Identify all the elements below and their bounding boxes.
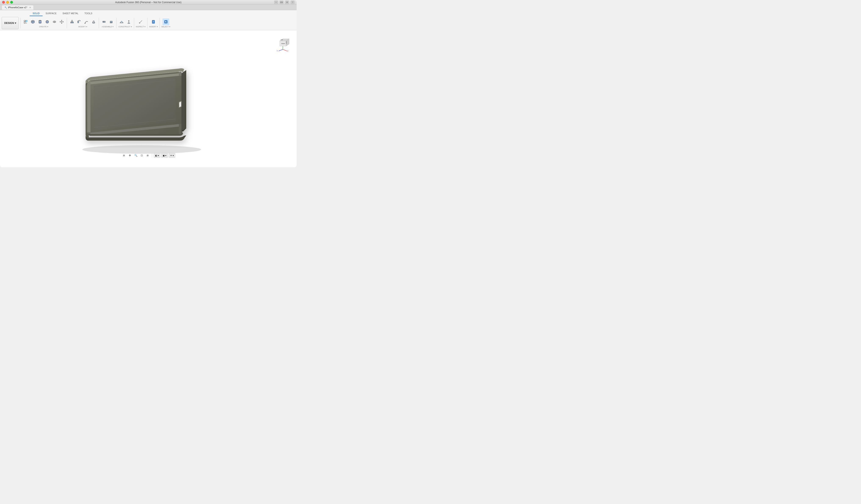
assemble-label[interactable]: ASSEMBLE ▾ <box>102 26 113 28</box>
app-title: Autodesk Fusion 360 (Personal – Not for … <box>115 1 181 4</box>
sphere-icon[interactable] <box>44 18 51 25</box>
revolve-icon[interactable] <box>76 18 83 25</box>
svg-rect-15 <box>71 22 73 22</box>
new-component-icon[interactable] <box>22 18 29 25</box>
tab-sheet-metal[interactable]: SHEET METAL <box>59 11 81 16</box>
svg-point-34 <box>128 23 130 24</box>
svg-point-20 <box>93 21 94 22</box>
insert-icon[interactable] <box>150 18 157 25</box>
viewport-controls: ⊕ ✥ 🔍 ⊡ ⊕ ◧ ▾ ▣ ▾ ☀ ▾ <box>121 153 175 158</box>
torus-icon[interactable] <box>51 18 58 25</box>
settings-button[interactable]: ⚙ <box>285 1 289 4</box>
construct-group: CONSTRUCT ▾ <box>118 18 132 28</box>
toolbar-tab-row: SOLID SURFACE SHEET METAL TOOLS <box>0 10 297 16</box>
tab-bar: 🔧 iPhone6sCase v1* ✕ <box>0 5 297 10</box>
separator-6 <box>147 18 148 28</box>
separator-4 <box>116 18 117 28</box>
svg-line-35 <box>139 20 142 23</box>
move-icon[interactable] <box>58 18 65 25</box>
select-icons <box>163 18 169 25</box>
create-icons <box>22 18 65 25</box>
viewcube[interactable]: X Y Z FRONT TOP RIGHT <box>275 34 290 49</box>
construct-label[interactable]: CONSTRUCT ▾ <box>119 26 132 28</box>
inspect-label[interactable]: INSPECT ▾ <box>136 26 146 28</box>
inspect-icons <box>137 18 144 25</box>
maximize-button[interactable] <box>10 1 13 4</box>
svg-point-19 <box>92 23 95 23</box>
svg-rect-1 <box>26 20 27 22</box>
phone-case-3d <box>53 39 227 158</box>
svg-rect-26 <box>110 21 112 23</box>
separator-7 <box>160 18 160 28</box>
tab-label: iPhone6sCase v1* <box>8 6 27 9</box>
zoom-fit-control[interactable]: ⊡ <box>139 153 144 158</box>
tab-close-icon[interactable]: ✕ <box>29 6 31 9</box>
insert-icons <box>150 18 157 25</box>
create-group: CREATE ▾ <box>22 18 65 28</box>
select-group: SELECT ▾ <box>161 18 170 28</box>
file-tab[interactable]: 🔧 iPhone6sCase v1* ✕ <box>2 5 34 10</box>
top-right-controls: + EB ⚙ ? <box>274 1 295 4</box>
create-label[interactable]: CREATE ▾ <box>39 26 48 28</box>
svg-line-45 <box>278 49 283 51</box>
separator-2 <box>67 18 67 28</box>
svg-text:X: X <box>287 50 289 52</box>
sweep-icon[interactable] <box>83 18 90 25</box>
window-controls <box>2 1 13 4</box>
measure-icon[interactable] <box>137 18 144 25</box>
separator-5 <box>134 18 134 28</box>
svg-rect-0 <box>24 20 26 22</box>
separator-3 <box>99 18 99 28</box>
modify-group: MODIFY ▾ <box>69 18 97 28</box>
plane-icon[interactable] <box>118 18 125 25</box>
zoom-control[interactable]: 🔍 <box>133 153 138 158</box>
svg-point-18 <box>85 23 85 24</box>
zoom-window-control[interactable]: ⊕ <box>145 153 150 158</box>
title-bar: Autodesk Fusion 360 (Personal – Not for … <box>0 0 297 5</box>
svg-point-7 <box>39 23 41 24</box>
display-mode-dropdown[interactable]: ◧ ▾ <box>154 153 160 158</box>
extrude-icon[interactable] <box>69 18 76 25</box>
design-dropdown[interactable]: DESIGN ▾ <box>2 17 19 29</box>
modify-label[interactable]: MODIFY ▾ <box>78 26 87 28</box>
select-label[interactable]: SELECT ▾ <box>161 26 170 28</box>
svg-text:RIGHT: RIGHT <box>286 41 287 44</box>
help-button[interactable]: ? <box>291 1 295 4</box>
box-icon[interactable] <box>29 18 36 25</box>
minimize-button[interactable] <box>6 1 9 4</box>
svg-rect-17 <box>78 21 79 23</box>
orbit-control[interactable]: ⊕ <box>121 153 126 158</box>
svg-point-55 <box>82 145 201 154</box>
tab-surface[interactable]: SURFACE <box>43 11 59 16</box>
construct-icons <box>118 18 132 25</box>
loft-icon[interactable] <box>90 18 97 25</box>
account-button[interactable]: EB <box>280 1 284 4</box>
visual-style-dropdown[interactable]: ▣ ▾ <box>161 153 168 158</box>
pan-control[interactable]: ✥ <box>127 153 133 158</box>
assemble-group: ASSEMBLE ▾ <box>101 18 114 28</box>
toolbar-content: DESIGN ▾ <box>0 16 297 30</box>
select-icon[interactable] <box>163 18 169 25</box>
viewport[interactable]: X Y Z FRONT TOP RIGHT <box>0 30 297 167</box>
svg-text:FRONT: FRONT <box>281 43 285 44</box>
main-area: X Y Z FRONT TOP RIGHT <box>0 30 297 167</box>
cylinder-icon[interactable] <box>37 18 43 25</box>
insert-label[interactable]: INSERT ▾ <box>149 26 158 28</box>
svg-text:Y: Y <box>277 50 278 52</box>
environment-dropdown[interactable]: ☀ ▾ <box>169 153 175 158</box>
svg-line-44 <box>283 49 287 51</box>
insert-group: INSERT ▾ <box>149 18 158 28</box>
ground-icon[interactable] <box>108 18 114 25</box>
modify-icons <box>69 18 97 25</box>
assemble-icons <box>101 18 114 25</box>
svg-text:TOP: TOP <box>281 39 283 40</box>
toolbar: SOLID SURFACE SHEET METAL TOOLS DESIGN ▾ <box>0 10 297 30</box>
close-button[interactable] <box>2 1 5 4</box>
svg-point-11 <box>54 22 55 22</box>
tab-solid[interactable]: SOLID <box>30 11 43 16</box>
tab-tools[interactable]: TOOLS <box>81 11 95 16</box>
axis-icon[interactable] <box>125 18 132 25</box>
joint-icon[interactable] <box>101 18 107 25</box>
inspect-group: INSPECT ▾ <box>136 18 146 28</box>
add-tab-button[interactable]: + <box>274 1 278 4</box>
